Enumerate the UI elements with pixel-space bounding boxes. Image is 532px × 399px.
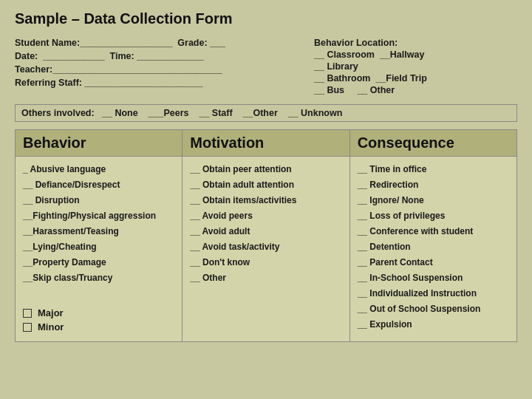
severity-minor-row: Minor: [23, 321, 174, 332]
major-checkbox[interactable]: [23, 309, 32, 318]
date-label: Date:: [15, 51, 38, 61]
student-fields: Student Name:__________________ Grade: _…: [15, 38, 299, 97]
motivation-item-3: __ Avoid peers: [190, 209, 341, 222]
teacher-label: Teacher:: [15, 64, 52, 75]
student-name-blank: __________________: [80, 38, 172, 48]
others-none: __ None: [102, 108, 138, 118]
loc-bathroom: __ Bathroom: [314, 73, 370, 83]
others-staff: __ Staff: [199, 108, 232, 118]
referring-row: Referring Staff: _______________________: [15, 78, 299, 88]
grade-blank: ___: [210, 38, 225, 48]
motivation-header: Motivation: [183, 130, 349, 156]
consequence-item-7: __ In-School Suspension: [358, 271, 509, 284]
consequence-item-3: __ Loss of privileges: [358, 209, 509, 222]
consequence-item-2: __ Ignore/ None: [358, 194, 509, 207]
student-name-row: Student Name:__________________ Grade: _…: [15, 38, 299, 48]
severity-major-row: Major: [23, 307, 174, 318]
time-label: Time:: [110, 51, 134, 61]
grade-label: Grade:: [177, 38, 207, 48]
motivation-item-2: __ Obtain items/activities: [190, 194, 341, 207]
loc-fieldtrip: __Field Trip: [375, 73, 426, 83]
behavior-location-label: Behavior Location:: [314, 38, 517, 48]
referring-label: Referring Staff:: [15, 78, 82, 88]
behavior-item-6: __Property Damage: [23, 256, 174, 269]
student-info-section: Student Name:__________________ Grade: _…: [15, 38, 517, 97]
date-blank: ____________: [43, 51, 104, 61]
consequence-item-0: __ Time in office: [358, 163, 509, 176]
loc-row-2: __ Library: [314, 61, 517, 72]
major-label: Major: [38, 307, 64, 318]
consequence-col: __ Time in office __ Redirection __ Igno…: [350, 157, 516, 341]
consequence-item-5: __ Detention: [358, 240, 509, 253]
others-other: __Other: [243, 108, 278, 118]
consequence-header: Consequence: [350, 130, 516, 156]
consequence-item-10: __ Expulsion: [358, 318, 509, 331]
loc-hallway: __Hallway: [380, 50, 424, 60]
others-involved-label: Others involved:: [21, 108, 95, 118]
time-blank: _____________: [137, 51, 203, 61]
severity-section: Major Minor: [23, 307, 174, 332]
student-name-label: Student Name:: [15, 38, 80, 48]
loc-row-1: __ Classroom __Hallway: [314, 50, 517, 60]
behavior-item-3: __Fighting/Physical aggression: [23, 209, 174, 222]
date-row: Date: ____________ Time: _____________: [15, 51, 299, 61]
loc-items: __ Classroom __Hallway __ Library __ Bat…: [314, 50, 517, 95]
consequence-item-8: __ Individualized Instruction: [358, 287, 509, 300]
motivation-item-0: __ Obtain peer attention: [190, 163, 341, 176]
section-headers: Behavior Motivation Consequence: [15, 129, 517, 156]
consequence-item-4: __ Conference with student: [358, 225, 509, 238]
behavior-item-4: __Harassment/Teasing: [23, 225, 174, 238]
consequence-item-1: __ Redirection: [358, 178, 509, 191]
behavior-col: _ Abusive language __ Defiance/Disrespec…: [16, 157, 183, 341]
loc-library: __ Library: [314, 61, 358, 72]
page-title: Sample – Data Collection Form: [15, 10, 517, 27]
behavior-item-2: __ Disruption: [23, 194, 174, 207]
loc-bus: __ Bus: [314, 85, 344, 95]
teacher-blank: _________________________________: [52, 64, 222, 75]
loc-classroom: __ Classroom: [314, 50, 375, 60]
others-unknown: __ Unknown: [288, 108, 343, 118]
behavior-item-0: _ Abusive language: [23, 163, 174, 176]
referring-blank: _______________________: [84, 78, 202, 88]
motivation-col: __ Obtain peer attention __ Obtain adult…: [183, 157, 349, 341]
behavior-item-1: __ Defiance/Disrespect: [23, 178, 174, 191]
main-content: _ Abusive language __ Defiance/Disrespec…: [15, 156, 517, 342]
motivation-item-5: __ Avoid task/activity: [190, 240, 341, 253]
consequence-item-9: __ Out of School Suspension: [358, 302, 509, 316]
motivation-item-7: __ Other: [190, 271, 341, 284]
loc-row-3: __ Bathroom __Field Trip: [314, 73, 517, 83]
teacher-row: Teacher:________________________________…: [15, 64, 299, 75]
behavior-header: Behavior: [16, 130, 183, 156]
consequence-item-6: __ Parent Contact: [358, 256, 509, 269]
page: Sample – Data Collection Form Student Na…: [0, 0, 532, 399]
loc-row-4: __ Bus __ Other: [314, 85, 517, 95]
behavior-item-5: __Lying/Cheating: [23, 240, 174, 253]
behavior-item-7: __Skip class/Truancy: [23, 271, 174, 284]
others-involved-bar: Others involved: __ None ___Peers __ Sta…: [15, 104, 517, 122]
motivation-item-1: __ Obtain adult attention: [190, 178, 341, 191]
minor-checkbox[interactable]: [23, 323, 32, 332]
loc-other: __ Other: [357, 85, 395, 95]
minor-label: Minor: [38, 321, 64, 332]
motivation-item-4: __ Avoid adult: [190, 225, 341, 238]
motivation-item-6: __ Don't know: [190, 256, 341, 269]
behavior-location: Behavior Location: __ Classroom __Hallwa…: [314, 38, 517, 97]
others-peers: ___Peers: [149, 108, 189, 118]
